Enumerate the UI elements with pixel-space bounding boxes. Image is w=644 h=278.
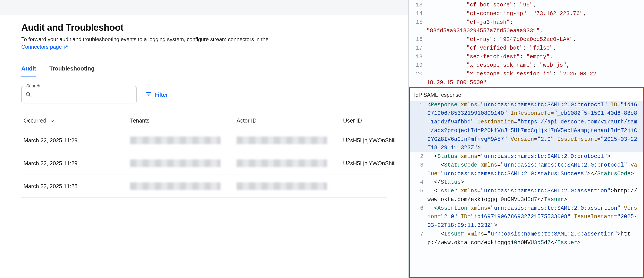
cell-user: U2sH5LjnjYWOnShiil: [343, 160, 414, 167]
cell-actor: [236, 136, 343, 144]
col-occurred-label: Occurred: [24, 117, 46, 124]
filter-label: Filter: [154, 92, 168, 98]
cell-occurred: March 22, 2025 11:29: [24, 160, 130, 167]
cell-tenants: [130, 182, 236, 190]
saml-response-label: IdP SAML response: [410, 88, 643, 101]
page-description: To forward your audit and troubleshootin…: [21, 36, 387, 51]
table-header-row: Occurred Tenants Actor ID User ID: [21, 112, 387, 129]
table-row[interactable]: March 22, 2025 11:29U2sH5LjnjYWOnShiil: [21, 129, 387, 152]
saml-response-highlight: IdP SAML response 1<Response xmlns="urn:…: [409, 87, 644, 278]
filter-icon: [146, 91, 152, 98]
cell-actor: [236, 182, 343, 190]
cell-tenants: [130, 160, 236, 167]
tab-audit[interactable]: Audit: [21, 62, 36, 77]
col-actor-label: Actor ID: [236, 117, 256, 124]
cell-occurred: March 22, 2025 11:28: [24, 183, 130, 190]
cell-user: U2sH5LjnjYWOnShiil: [343, 137, 414, 144]
search-input[interactable]: [21, 86, 137, 103]
col-user-label: User ID: [343, 117, 362, 124]
left-panel: Audit and Troubleshoot To forward your a…: [0, 0, 408, 278]
cell-occurred: March 22, 2025 11:29: [24, 137, 130, 144]
col-tenants-label: Tenants: [130, 117, 150, 124]
external-link-icon: [63, 44, 68, 49]
search-label: Search: [25, 83, 42, 88]
cell-actor: [236, 160, 343, 167]
cell-tenants: [130, 136, 236, 144]
right-panel: 13 "cf-bot-score": "99",14 "cf-connectin…: [408, 0, 644, 278]
tab-troubleshooting[interactable]: Troubleshooting: [49, 62, 94, 77]
audit-table: Occurred Tenants Actor ID User ID March …: [21, 112, 387, 198]
col-tenants[interactable]: Tenants: [130, 117, 236, 124]
col-occurred[interactable]: Occurred: [24, 117, 130, 124]
connectors-page-link[interactable]: Connectors page: [21, 43, 68, 51]
svg-point-0: [26, 92, 30, 96]
sort-desc-icon: [50, 117, 55, 124]
col-user-id[interactable]: User ID: [343, 117, 414, 124]
col-actor-id[interactable]: Actor ID: [236, 117, 343, 124]
filter-button[interactable]: Filter: [146, 91, 168, 98]
page-description-text: To forward your audit and troubleshootin…: [21, 36, 268, 42]
page-title: Audit and Troubleshoot: [21, 22, 387, 33]
tabs: AuditTroubleshooting: [21, 62, 387, 77]
controls-row: Search Filter: [21, 86, 387, 103]
table-row[interactable]: March 22, 2025 11:29U2sH5LjnjYWOnShiil: [21, 152, 387, 175]
search-field-wrap: Search: [21, 86, 137, 103]
table-row[interactable]: March 22, 2025 11:28: [21, 175, 387, 198]
json-headers-block[interactable]: 13 "cf-bot-score": "99",14 "cf-connectin…: [409, 0, 644, 87]
search-icon: [25, 92, 31, 98]
connectors-page-link-text: Connectors page: [21, 43, 62, 51]
saml-response-block[interactable]: 1<Response xmlns="urn:oasis:names:tc:SAM…: [410, 101, 643, 277]
